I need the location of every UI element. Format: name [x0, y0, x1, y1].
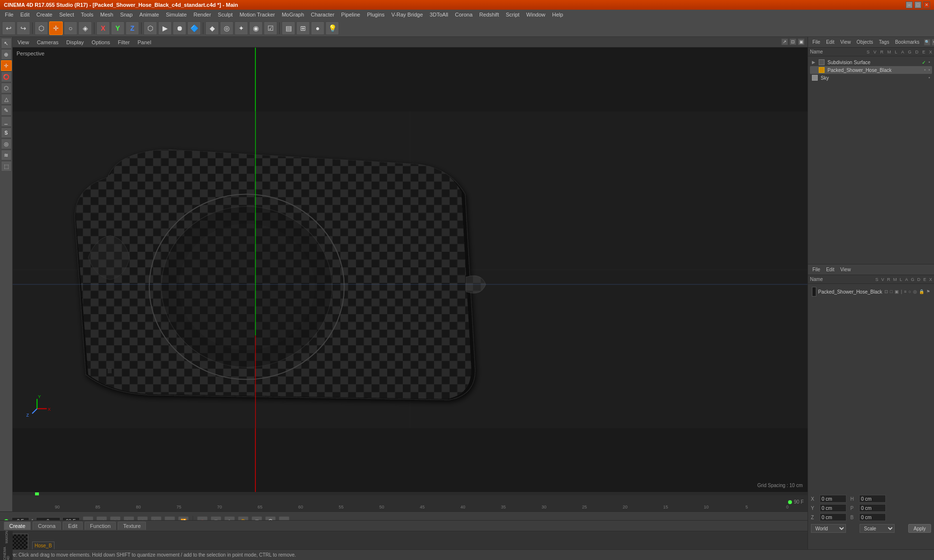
left-tool-move[interactable]: ✛ [1, 60, 12, 71]
p-field[interactable] [859, 504, 886, 512]
snap-button[interactable]: ⊞ [296, 21, 310, 35]
menu-item-tools[interactable]: Tools [78, 11, 96, 18]
scale-tool-button[interactable]: ◈ [78, 21, 92, 35]
viewport-menu-display[interactable]: Display [64, 39, 86, 46]
viewport-menu-cameras[interactable]: Cameras [35, 39, 61, 46]
world-dropdown[interactable]: World Object Local [811, 524, 846, 533]
mat-view-menu[interactable]: View [839, 266, 852, 273]
left-tool-select-box[interactable]: ⬚ [1, 161, 12, 172]
menu-item-script[interactable]: Script [503, 11, 522, 18]
viewport-menu-options[interactable]: Options [90, 39, 112, 46]
menu-item-mograph[interactable]: MoGraph [279, 11, 307, 18]
bulb-button[interactable]: 💡 [325, 21, 339, 35]
select-tool-button[interactable]: ⬡ [35, 21, 48, 35]
left-tool-scale[interactable]: ⬡ [1, 83, 12, 93]
left-tool-live[interactable]: ⊕ [1, 49, 12, 60]
redo-button[interactable]: ↪ [17, 21, 30, 35]
tab-function[interactable]: Function [85, 522, 116, 530]
menu-item-edit[interactable]: Edit [18, 11, 33, 18]
subdiv-visible-check[interactable]: ✓ [922, 60, 926, 65]
camera-button[interactable]: ✦ [234, 21, 248, 35]
obj-edit-menu[interactable]: Edit [825, 39, 836, 45]
left-tool-brush[interactable]: ≋ [1, 150, 12, 160]
timeline-scrubber[interactable] [13, 492, 808, 495]
menu-item-animate[interactable]: Animate [137, 11, 162, 18]
viewport-expand-button[interactable]: ↗ [781, 38, 788, 45]
render-settings-button[interactable]: 🔷 [187, 21, 201, 35]
menu-item-select[interactable]: Select [56, 11, 77, 18]
mat-item-hose[interactable]: Packed_Shower_Hose_Black ⊡ □ ▣ | ≡ ○ ◎ 🔒… [810, 286, 932, 298]
tab-corona[interactable]: Corona [33, 522, 61, 530]
menu-item-render[interactable]: Render [191, 11, 214, 18]
tab-texture[interactable]: Texture [118, 522, 146, 530]
left-tool-polypen[interactable]: △ [1, 94, 12, 105]
menu-item-simulate[interactable]: Simulate [163, 11, 190, 18]
apply-button[interactable]: Apply [908, 524, 931, 533]
viewport-lock-button[interactable]: ⊡ [790, 38, 796, 45]
object-mode-button[interactable]: ⬡ [144, 21, 157, 35]
timeline-ruler[interactable]: 908580757065605550454035302520151050 90 … [13, 492, 808, 511]
menu-item-help[interactable]: Help [549, 11, 566, 18]
obj-view-menu[interactable]: View [839, 39, 852, 45]
left-tool-s[interactable]: S [1, 127, 12, 138]
menu-item-sculpt[interactable]: Sculpt [215, 11, 236, 18]
obj-settings-icon[interactable]: ⚙ [932, 39, 934, 46]
minimize-button[interactable]: – [906, 1, 913, 8]
menu-item-mesh[interactable]: Mesh [97, 11, 116, 18]
menu-item-character[interactable]: Character [308, 11, 337, 18]
menu-item-window[interactable]: Window [523, 11, 548, 18]
viewport-settings-button[interactable]: ▣ [798, 38, 805, 45]
h-field[interactable] [859, 495, 886, 503]
menu-item-redshift[interactable]: Redshift [476, 11, 502, 18]
menu-item-v-ray-bridge[interactable]: V-Ray Bridge [389, 11, 426, 18]
obj-search-icon[interactable]: 🔍 [924, 39, 931, 46]
light-button[interactable]: ◎ [220, 21, 234, 35]
floor-button[interactable]: ● [311, 21, 324, 35]
viewport-menu-view[interactable]: View [16, 39, 31, 46]
render-button[interactable]: ⏺ [173, 21, 186, 35]
grid-button[interactable]: ▤ [282, 21, 295, 35]
playback-button[interactable]: ▶ [158, 21, 172, 35]
close-button[interactable]: ✕ [923, 1, 930, 8]
menu-item-file[interactable]: File [2, 11, 17, 18]
left-tool-line[interactable]: ⎯ [1, 116, 12, 127]
left-tool-select[interactable]: ↖ [1, 38, 12, 49]
tree-item-hose[interactable]: Packed_Shower_Hose_Black • • [810, 66, 932, 74]
menu-item-snap[interactable]: Snap [117, 11, 136, 18]
viewport-menu-filter[interactable]: Filter [116, 39, 131, 46]
obj-bookmarks-menu[interactable]: Bookmarks [894, 39, 921, 45]
obj-objects-menu[interactable]: Objects [855, 39, 875, 45]
tab-create[interactable]: Create [4, 522, 31, 530]
scene-button[interactable]: ◉ [249, 21, 263, 35]
tree-expand-icon[interactable]: ▶ [812, 60, 817, 65]
y-axis-button[interactable]: Y [111, 21, 125, 35]
rotate-tool-button[interactable]: ○ [64, 21, 77, 35]
scale-dropdown[interactable]: Scale Size [860, 524, 895, 533]
tab-edit[interactable]: Edit [63, 522, 83, 530]
mat-edit-menu[interactable]: Edit [825, 266, 836, 273]
tree-item-sky[interactable]: Sky • [810, 74, 932, 82]
x-axis-button[interactable]: X [96, 21, 110, 35]
z-position-field[interactable] [820, 513, 846, 521]
left-tool-rotate[interactable]: ⭕ [1, 71, 12, 82]
x-position-field[interactable] [820, 495, 846, 503]
y-position-field[interactable] [820, 504, 846, 512]
scrubber-thumb[interactable] [35, 492, 39, 495]
undo-button[interactable]: ↩ [2, 21, 16, 35]
left-tool-magnet[interactable]: ◎ [1, 139, 12, 149]
tree-item-subdivision[interactable]: ▶ Subdivision Surface ✓ • [810, 58, 932, 66]
material-button[interactable]: ◆ [205, 21, 219, 35]
menu-item-corona[interactable]: Corona [452, 11, 475, 18]
viewport-canvas[interactable]: Perspective [13, 48, 808, 492]
mat-file-menu[interactable]: File [811, 266, 822, 273]
menu-item-create[interactable]: Create [34, 11, 55, 18]
viewport-menu-panel[interactable]: Panel [136, 39, 153, 46]
menu-item-plugins[interactable]: Plugins [364, 11, 387, 18]
move-tool-button[interactable]: ✛ [49, 21, 63, 35]
z-axis-button[interactable]: Z [126, 21, 139, 35]
menu-item-motion-tracker[interactable]: Motion Tracker [236, 11, 278, 18]
null-button[interactable]: ☑ [264, 21, 277, 35]
obj-file-menu[interactable]: File [811, 39, 822, 45]
left-tool-knife[interactable]: ✎ [1, 105, 12, 116]
obj-tags-menu[interactable]: Tags [878, 39, 891, 45]
